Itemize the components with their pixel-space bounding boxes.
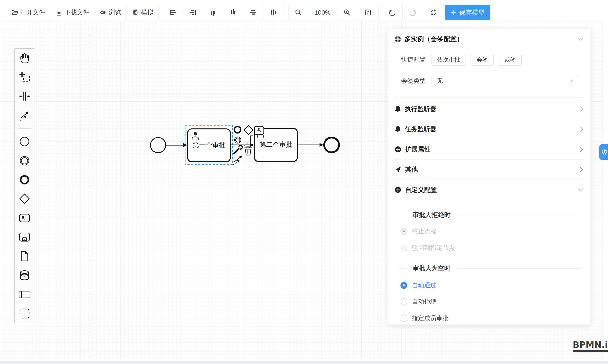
connect-icon[interactable] <box>233 156 242 165</box>
append-gateway-icon[interactable] <box>244 126 253 134</box>
align-button-group <box>163 5 284 20</box>
start-event[interactable] <box>150 138 166 153</box>
create-end-event[interactable] <box>18 174 31 186</box>
download-file-button[interactable]: 下载文件 <box>50 5 94 20</box>
quick-config-row: 快捷配置 依次审批 会签 或签 <box>388 54 579 66</box>
radio-button[interactable] <box>400 298 407 305</box>
append-user-task-icon[interactable] <box>254 126 264 134</box>
chevron-right-icon <box>580 167 583 172</box>
radio-auto-pass[interactable]: 自动通过 <box>400 281 436 290</box>
user-task-1[interactable]: 第一个审批 <box>188 129 230 162</box>
intermediate-event-icon <box>19 155 30 166</box>
chevron-down-icon <box>578 188 583 192</box>
create-group[interactable] <box>18 307 31 320</box>
chevron-right-icon <box>580 126 583 132</box>
sign-type-row: 会签类型 无 <box>388 75 579 87</box>
zoom-out-button[interactable] <box>289 5 308 20</box>
task-label: 第一个审批 <box>193 141 225 149</box>
lasso-tool[interactable] <box>18 71 31 83</box>
magnifier-plus-icon <box>344 9 351 16</box>
create-intermediate-event[interactable] <box>18 155 31 167</box>
align-top-button[interactable] <box>203 5 223 20</box>
divider <box>395 180 584 180</box>
sequence-flow[interactable] <box>166 143 187 147</box>
user-task-icon <box>19 212 30 223</box>
append-intermediate-event-icon[interactable] <box>235 137 241 143</box>
align-bottom-icon <box>229 9 237 16</box>
align-horizontal-center-button[interactable] <box>243 5 263 20</box>
participant-icon <box>19 289 30 300</box>
save-model-button[interactable]: 保存模型 <box>445 5 490 20</box>
bell-icon <box>395 106 401 112</box>
or-sign-button[interactable]: 或签 <box>499 54 522 65</box>
open-file-button[interactable]: 打开文件 <box>6 5 50 20</box>
create-start-event[interactable] <box>18 135 31 148</box>
append-text-annotation-icon[interactable] <box>245 136 253 145</box>
chevron-down-icon[interactable] <box>578 37 583 41</box>
redo-icon <box>409 9 417 16</box>
end-event[interactable] <box>324 138 339 152</box>
redo-button[interactable] <box>403 5 423 20</box>
sign-type-select[interactable]: 无 <box>432 75 579 87</box>
radio-button[interactable] <box>400 282 407 289</box>
palette <box>14 48 34 323</box>
bpmn-io-logo: BPMN.iO <box>573 340 608 352</box>
save-model-label: 保存模型 <box>459 8 485 17</box>
create-gateway[interactable] <box>18 193 31 205</box>
create-data-object[interactable] <box>18 250 31 262</box>
settings-drawer-tab[interactable] <box>599 144 608 160</box>
radio-auto-reject[interactable]: 自动拒绝 <box>400 298 436 306</box>
simulate-label: 模拟 <box>141 8 153 17</box>
wrench-icon[interactable] <box>234 145 243 154</box>
fit-viewport-button[interactable] <box>357 5 379 20</box>
section-extended-properties[interactable]: 扩展属性 <box>395 143 583 156</box>
simulate-button[interactable]: 模拟 <box>126 5 159 20</box>
create-subprocess[interactable] <box>18 231 31 243</box>
refresh-button[interactable] <box>423 5 444 20</box>
radio-designated-member[interactable]: 指定成员审批 <box>400 314 449 323</box>
align-left-button[interactable] <box>163 5 183 20</box>
zoom-button-group: 100% <box>288 5 379 20</box>
trash-icon[interactable] <box>245 147 252 155</box>
sequential-approval-button[interactable]: 依次审批 <box>432 54 466 65</box>
radio-terminate-process[interactable]: 终止流程 <box>400 227 436 235</box>
divider <box>395 97 584 98</box>
multi-instance-icon <box>395 36 401 42</box>
radio-return-to-node[interactable]: 驳回到指定节点 <box>400 244 455 252</box>
hand-tool[interactable] <box>18 52 31 64</box>
undo-icon <box>388 9 396 16</box>
countersign-button[interactable]: 会签 <box>471 54 494 65</box>
align-bottom-button[interactable] <box>223 5 243 20</box>
horizontal-scrollbar[interactable] <box>0 362 608 364</box>
quick-config-label: 快捷配置 <box>388 56 432 64</box>
folder-open-icon <box>11 9 18 16</box>
divider <box>395 49 584 49</box>
section-custom-config[interactable]: 自定义配置 <box>395 183 583 196</box>
global-connect-tool[interactable] <box>18 109 31 121</box>
create-data-store[interactable] <box>18 269 31 281</box>
space-tool[interactable] <box>18 90 31 103</box>
chevron-down-icon <box>569 79 574 82</box>
refresh-icon <box>430 9 437 16</box>
append-end-event-icon[interactable] <box>234 127 241 133</box>
reject-group-title: 审批人拒绝时 <box>412 211 450 219</box>
align-horizontal-center-icon <box>250 9 257 16</box>
section-execution-listener[interactable]: 执行监听器 <box>395 103 583 115</box>
preview-button[interactable]: 浏览 <box>94 5 126 20</box>
task-label: 第二个审批 <box>260 141 292 148</box>
align-right-button[interactable] <box>183 5 203 20</box>
hand-icon <box>19 52 30 64</box>
radio-button[interactable] <box>400 245 407 251</box>
section-task-listener[interactable]: 任务监听器 <box>395 123 583 135</box>
sequence-flow[interactable] <box>298 143 324 147</box>
undo-button[interactable] <box>382 5 403 20</box>
sign-type-label: 会签类型 <box>388 77 432 85</box>
section-other[interactable]: 其他 <box>395 163 583 176</box>
radio-button[interactable] <box>400 228 407 235</box>
radio-button[interactable] <box>400 315 407 322</box>
panel-header[interactable]: 多实例（会签配置） <box>395 33 583 46</box>
zoom-in-button[interactable] <box>337 5 357 20</box>
align-vertical-center-button[interactable] <box>263 5 284 20</box>
create-user-task[interactable] <box>18 212 31 224</box>
create-participant[interactable] <box>18 288 31 300</box>
